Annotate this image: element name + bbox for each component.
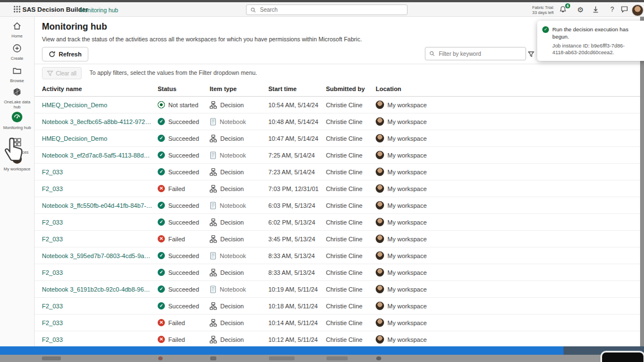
location-cell[interactable]: My workspace: [376, 285, 640, 293]
location-cell[interactable]: My workspace: [376, 218, 640, 226]
status-icon: ✕: [158, 185, 165, 192]
sidebar-item-onelake[interactable]: OneLake data hub: [0, 87, 34, 109]
submitted-by: Christie Cline: [326, 320, 376, 326]
status-cell: ✓ Succeeded: [158, 202, 210, 209]
activity-name[interactable]: Notebook 3_ffc550fb-e04d-41fb-84b7-8a1b2…: [42, 202, 158, 209]
location-cell[interactable]: My workspace: [376, 335, 640, 344]
status-label: Succeeded: [168, 152, 199, 159]
table-row[interactable]: HMEQ_Decision_Demo ✓ Succeeded: [34, 130, 640, 147]
item-type-cell: Decision: [210, 269, 268, 277]
activity-name[interactable]: F2_033: [42, 336, 158, 343]
submitted-by: Christie Cline: [326, 219, 376, 226]
app-title[interactable]: SAS Decision Builder: [22, 6, 88, 13]
global-search[interactable]: [246, 4, 408, 15]
breadcrumb[interactable]: Monitoring hub: [79, 7, 118, 13]
table-row[interactable]: F2_033 ✓ Succeeded Decision: [34, 214, 640, 231]
location-cell[interactable]: My workspace: [376, 151, 640, 159]
status-label: Succeeded: [168, 202, 199, 209]
location-cell[interactable]: My workspace: [376, 168, 640, 176]
decision-icon: [210, 168, 217, 176]
col-item-type[interactable]: Item type: [210, 85, 268, 92]
table-row[interactable]: F2_033 ✓ Succeeded Decision: [34, 164, 640, 180]
waffle-menu-icon[interactable]: [13, 6, 21, 13]
location-cell[interactable]: My workspace: [376, 235, 640, 243]
col-start-time[interactable]: Start time: [268, 85, 326, 92]
status-icon: ✓: [158, 252, 165, 259]
help-icon[interactable]: ?: [608, 6, 617, 14]
location-cell[interactable]: My workspace: [376, 201, 640, 209]
feedback-icon[interactable]: [621, 6, 629, 14]
settings-gear-icon[interactable]: ⚙: [576, 6, 585, 14]
activity-name[interactable]: Notebook 3_ef2d7ac8-5af5-4113-88d1-cb9bf…: [42, 152, 158, 159]
location-cell[interactable]: My workspace: [376, 318, 640, 327]
activity-name[interactable]: HMEQ_Decision_Demo: [42, 135, 158, 142]
clear-all-button[interactable]: Clear all: [42, 67, 82, 79]
table-row[interactable]: Notebook 3_ef2d7ac8-5af5-4113-88d1-cb9bf…: [34, 147, 640, 164]
account-avatar[interactable]: [632, 4, 643, 16]
workspace-avatar-icon: [376, 168, 384, 176]
status-label: Failed: [168, 185, 185, 192]
activity-name[interactable]: F2_033: [42, 303, 158, 309]
table-row[interactable]: F2_033 ✓ Succeeded Decision: [34, 264, 640, 281]
sidebar-item-home[interactable]: Home: [0, 21, 34, 39]
notifications-bell-icon[interactable]: 6: [559, 6, 568, 14]
funnel-icon: [528, 51, 534, 58]
table-row[interactable]: Notebook 3_ffc550fb-e04d-41fb-84b7-8a1b2…: [34, 197, 640, 214]
location-cell[interactable]: My workspace: [376, 134, 640, 142]
table-row[interactable]: Notebook 3_595ed7b7-0803-4cd5-9ac3-b0e96…: [34, 247, 640, 264]
activity-name[interactable]: F2_033: [42, 236, 158, 242]
location-cell[interactable]: My workspace: [376, 302, 640, 310]
status-cell: ✓ Succeeded: [158, 151, 210, 159]
activity-name[interactable]: Notebook 3_595ed7b7-0803-4cd5-9ac3-b0e96…: [42, 253, 158, 259]
status-cell: ✓ Succeeded: [158, 269, 210, 276]
col-status[interactable]: Status: [158, 85, 210, 92]
location-label: My workspace: [387, 269, 427, 276]
activity-name[interactable]: F2_033: [42, 320, 158, 326]
table-row[interactable]: HMEQ_Decision_Demo Not started: [34, 97, 640, 113]
hand-cursor: [3, 135, 27, 164]
location-label: My workspace: [387, 202, 427, 209]
table-row[interactable]: F2_033 ✓ Succeeded Decision: [34, 298, 640, 315]
activity-name[interactable]: F2_033: [42, 169, 158, 175]
status-icon: ✕: [158, 336, 165, 343]
activity-name[interactable]: Notebook 3_6191b2cb-92c0-4db8-96d9-c4a04…: [42, 286, 158, 293]
start-time: 10:54 AM, 5/14/24: [268, 102, 326, 108]
keyword-filter[interactable]: [425, 47, 526, 60]
player-control-frame[interactable]: [600, 351, 644, 362]
video-progress-bar[interactable]: [0, 346, 564, 355]
sidebar-item-monitoring-hub[interactable]: Monitoring hub: [0, 112, 34, 131]
location-cell[interactable]: My workspace: [376, 251, 640, 260]
location-cell[interactable]: My workspace: [376, 117, 640, 126]
activity-name[interactable]: F2_033: [42, 219, 158, 226]
location-cell[interactable]: My workspace: [376, 268, 640, 277]
table-row[interactable]: F2_033 ✕ Failed Decision: [34, 315, 640, 331]
col-submitted-by[interactable]: Submitted by: [326, 85, 376, 92]
col-location[interactable]: Location: [376, 85, 640, 92]
activity-name[interactable]: F2_033: [42, 185, 158, 192]
table-row[interactable]: F2_033 ✕ Failed Decision: [34, 180, 640, 197]
keyword-filter-input[interactable]: [438, 50, 518, 58]
sidebar-item-create[interactable]: Create: [0, 44, 34, 61]
sidebar-item-browse[interactable]: Browse: [0, 66, 34, 84]
search-input[interactable]: [259, 6, 390, 13]
download-icon[interactable]: [592, 6, 601, 14]
workspace-avatar-icon: [376, 318, 384, 327]
status-icon: ✓: [158, 302, 165, 309]
decision-icon: [210, 101, 217, 109]
refresh-button[interactable]: Refresh: [42, 47, 88, 61]
activity-name[interactable]: Notebook 3_8ecfbc65-a8bb-4112-9728-88bac…: [42, 118, 158, 125]
location-label: My workspace: [387, 219, 427, 226]
table-row[interactable]: Notebook 3_6191b2cb-92c0-4db8-96d9-c4a04…: [34, 281, 640, 298]
table-row[interactable]: F2_033 ✕ Failed Decision: [34, 331, 640, 348]
col-activity-name[interactable]: Activity name: [42, 85, 158, 92]
location-cell[interactable]: My workspace: [376, 184, 640, 193]
sidebar-label: My workspace: [0, 167, 34, 172]
table-row[interactable]: Notebook 3_8ecfbc65-a8bb-4112-9728-88bac…: [34, 113, 640, 130]
item-type-label: Decision: [220, 135, 244, 142]
search-icon: [429, 51, 435, 56]
activity-name[interactable]: HMEQ_Decision_Demo: [42, 102, 158, 108]
location-cell[interactable]: My workspace: [376, 101, 640, 109]
activity-name[interactable]: F2_033: [42, 269, 158, 276]
item-type-label: Notebook: [220, 152, 246, 159]
table-row[interactable]: F2_033 ✕ Failed Decision: [34, 231, 640, 247]
